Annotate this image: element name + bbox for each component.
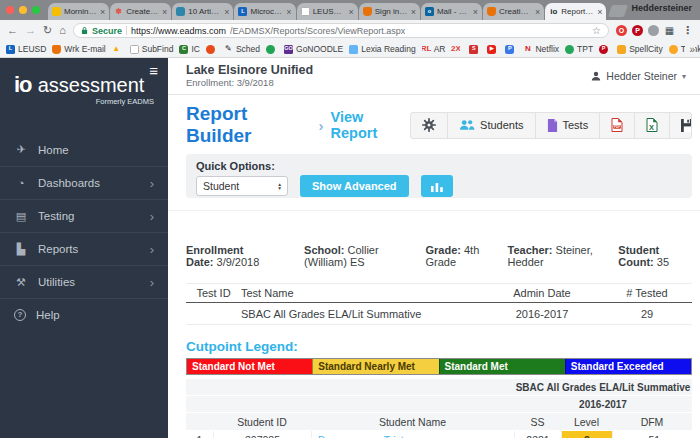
bookmark-item[interactable]: P: [599, 45, 611, 54]
bookmark-favicon: [266, 45, 275, 54]
browser-tab[interactable]: LEUSD Mi ×: [297, 3, 358, 20]
back-icon[interactable]: ←: [7, 25, 18, 36]
bookmark-item[interactable]: L LEUSD: [6, 44, 46, 54]
quick-options-label: Quick Options:: [196, 160, 682, 172]
export-pdf-button[interactable]: PDF: [599, 113, 634, 138]
bookmarks-overflow-icon[interactable]: »: [685, 44, 695, 55]
student-name-link[interactable]: Brueggeman, Tristen: [311, 431, 514, 438]
browser-profile-name[interactable]: Heddersteiner: [631, 3, 692, 13]
bookmark-item[interactable]: S: [469, 45, 481, 54]
tab-close-icon[interactable]: ×: [535, 7, 540, 17]
info-label: Grade:: [426, 244, 461, 256]
pdf-icon: PDF: [611, 118, 623, 132]
window-minimize-button[interactable]: [19, 6, 27, 14]
reload-icon[interactable]: ↻: [43, 25, 52, 36]
bookmark-item[interactable]: Lexia Reading: [349, 44, 415, 54]
info-value: 35: [657, 256, 669, 268]
browser-tab[interactable]: Sign in - B ×: [359, 3, 420, 20]
address-bar[interactable]: Secure https://www.eadms.com /EADMSX/Rep…: [73, 23, 609, 38]
extension-icon[interactable]: P: [632, 25, 643, 36]
url-domain: https://www.eadms.com: [131, 26, 226, 36]
bookmark-star-icon[interactable]: ☆: [592, 25, 601, 36]
browser-tab[interactable]: 10 Articles ×: [172, 3, 233, 20]
report-settings-button[interactable]: [411, 113, 447, 138]
tab-favicon: [176, 7, 185, 16]
browser-menu-icon[interactable]: ⋮: [682, 24, 693, 37]
browser-tab[interactable]: o Mail - Hedd ×: [421, 3, 482, 20]
bookmark-item[interactable]: ThinkCentral: [669, 44, 700, 54]
test-group-title: SBAC All Grades ELA/Lit Summative: [514, 382, 692, 393]
bookmarks-bar: L LEUSD Wrk E-mail ▲ SubFind C IC ✎ Sche…: [0, 41, 700, 58]
window-maximize-button[interactable]: [32, 6, 40, 14]
tests-file-icon: [547, 119, 558, 132]
svg-text:PDF: PDF: [614, 125, 620, 129]
bookmark-favicon: [617, 45, 626, 54]
bookmark-item[interactable]: RL AR: [422, 44, 446, 54]
new-tab-button[interactable]: [609, 5, 629, 17]
bookmark-item[interactable]: ▶: [487, 45, 499, 54]
tab-close-icon[interactable]: ×: [286, 7, 291, 17]
legend-segment: Standard Met: [439, 359, 565, 374]
browser-tab[interactable]: ✽ Create a P ×: [110, 3, 171, 20]
bookmark-favicon: [52, 45, 61, 54]
sidebar-item[interactable]: ▙ Reports ›: [0, 232, 168, 265]
sidebar-item[interactable]: ? Help: [0, 298, 168, 331]
show-advanced-button[interactable]: Show Advanced: [300, 175, 409, 197]
tests-button[interactable]: Tests: [535, 113, 600, 138]
extension-icon[interactable]: ▦: [664, 25, 675, 36]
chevron-right-icon: ›: [150, 210, 154, 223]
browser-tab[interactable]: L Microcrede ×: [234, 3, 295, 20]
tab-close-icon[interactable]: ×: [224, 7, 229, 17]
bookmark-item[interactable]: Wrk E-mail: [52, 44, 105, 54]
forward-icon[interactable]: →: [25, 25, 36, 36]
bookmark-item[interactable]: TPT: [565, 44, 593, 54]
sidebar-item-label: Help: [36, 309, 60, 321]
tab-close-icon[interactable]: ×: [473, 7, 478, 17]
extension-icon[interactable]: O: [616, 25, 627, 36]
bookmark-label: SubFind: [142, 44, 174, 54]
browser-toolbar: ← → ↻ ⌂ Secure https://www.eadms.com /EA…: [0, 20, 700, 41]
student-rows: 1 307085 Brueggeman, Tristen 2381 2 -51 …: [186, 431, 692, 438]
bookmark-item[interactable]: ▲: [112, 45, 124, 54]
chart-view-button[interactable]: [421, 175, 453, 197]
level-header: Level: [561, 416, 612, 428]
bookmark-item[interactable]: ✎ Sched: [224, 44, 260, 54]
tab-favicon: o: [425, 7, 434, 16]
bookmark-item[interactable]: SubFind: [130, 44, 174, 54]
bookmark-item[interactable]: P: [505, 45, 517, 54]
report-type-select[interactable]: Student ▴▾: [196, 176, 288, 196]
browser-tab[interactable]: Morning S ×: [48, 3, 109, 20]
sidebar-item[interactable]: ✈ Home: [0, 133, 168, 166]
sidebar-item-icon: ?: [14, 309, 26, 321]
students-button[interactable]: Students: [447, 113, 534, 138]
sidebar-item[interactable]: ⚒ Utilities ›: [0, 265, 168, 298]
save-report-button[interactable]: [669, 113, 692, 138]
tab-close-icon[interactable]: ×: [411, 7, 416, 17]
test-table-header: Test ID Test Name Admin Date # Tested: [186, 283, 692, 303]
tab-close-icon[interactable]: ×: [349, 7, 354, 17]
sidebar-item[interactable]: ◔ Dashboards ›: [0, 166, 168, 199]
bookmark-item[interactable]: N Netflix: [523, 44, 559, 54]
bookmark-item[interactable]: C IC: [179, 44, 200, 54]
browser-tab[interactable]: Creating R ×: [483, 3, 544, 20]
bookmark-item[interactable]: [266, 45, 278, 54]
bookmark-item[interactable]: GO GoNOODLE: [284, 44, 343, 54]
bookmark-label: LEUSD: [18, 44, 46, 54]
bookmark-item[interactable]: 2X: [451, 45, 463, 54]
tab-close-icon[interactable]: ×: [597, 7, 602, 17]
sidebar-item[interactable]: ▤ Testing ›: [0, 199, 168, 232]
export-excel-button[interactable]: X: [634, 113, 669, 138]
enrollment-date: Enrollment: 3/9/2018: [186, 77, 313, 88]
bookmark-favicon: RL: [422, 45, 431, 54]
home-icon[interactable]: ⌂: [59, 25, 66, 36]
tests-button-label: Tests: [563, 119, 589, 131]
window-close-button[interactable]: [6, 6, 14, 14]
hamburger-menu-icon[interactable]: ≡: [149, 63, 158, 78]
bookmark-item[interactable]: SpellCity: [617, 44, 663, 54]
user-menu[interactable]: Hedder Steiner ▾: [591, 70, 686, 82]
tab-close-icon[interactable]: ×: [162, 7, 167, 17]
tab-close-icon[interactable]: ×: [100, 7, 105, 17]
extension-icon[interactable]: [648, 25, 659, 36]
browser-tab[interactable]: io Report Buil ×: [545, 3, 606, 20]
bookmark-item[interactable]: [206, 45, 218, 54]
